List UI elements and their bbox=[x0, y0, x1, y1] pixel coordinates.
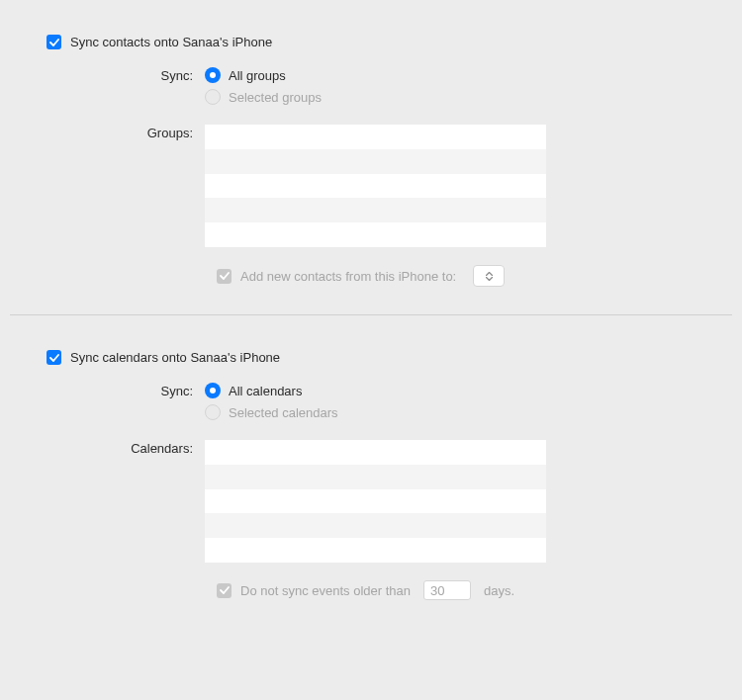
calendars-older-suffix: days. bbox=[484, 583, 514, 598]
contacts-all-groups-label: All groups bbox=[229, 68, 286, 83]
calendars-sync-mode-row: Sync: All calendars Selected calendars bbox=[46, 383, 702, 426]
contacts-selected-groups-radio[interactable] bbox=[205, 89, 221, 105]
calendars-selected-label: Selected calendars bbox=[229, 405, 338, 420]
sync-contacts-label: Sync contacts onto Sanaa's iPhone bbox=[70, 35, 272, 49]
calendars-selected-radio[interactable] bbox=[205, 404, 221, 420]
list-item bbox=[205, 174, 546, 199]
contacts-selected-groups-label: Selected groups bbox=[229, 90, 322, 105]
calendars-sync-label: Sync: bbox=[46, 383, 205, 398]
calendars-selected-row: Selected calendars bbox=[205, 404, 702, 420]
calendars-older-days-field[interactable]: 30 bbox=[423, 580, 471, 600]
list-item bbox=[205, 222, 546, 247]
sync-contacts-row: Sync contacts onto Sanaa's iPhone bbox=[46, 35, 702, 49]
contacts-groups-label: Groups: bbox=[46, 125, 205, 140]
calendars-older-prefix: Do not sync events older than bbox=[240, 583, 411, 598]
contacts-groups-row: Groups: bbox=[46, 125, 702, 247]
contacts-add-new-popup[interactable] bbox=[473, 265, 505, 287]
contacts-add-new-label: Add new contacts from this iPhone to: bbox=[240, 269, 456, 284]
contacts-sync-mode-row: Sync: All groups Selected groups bbox=[46, 67, 702, 111]
list-item bbox=[205, 198, 546, 222]
checkmark-icon bbox=[220, 585, 230, 595]
contacts-all-groups-radio[interactable] bbox=[205, 67, 221, 83]
calendars-list-row: Calendars: bbox=[46, 440, 702, 563]
calendars-listbox[interactable] bbox=[205, 440, 546, 563]
list-item bbox=[205, 125, 546, 149]
list-item bbox=[205, 538, 546, 563]
contacts-all-groups-row: All groups bbox=[205, 67, 702, 83]
contacts-sync-label: Sync: bbox=[46, 67, 205, 83]
contacts-section: Sync contacts onto Sanaa's iPhone Sync: … bbox=[0, 0, 742, 314]
calendars-all-row: All calendars bbox=[205, 383, 702, 398]
chevron-up-down-icon bbox=[485, 270, 493, 282]
list-item bbox=[205, 513, 546, 538]
checkmark-icon bbox=[220, 271, 230, 281]
calendars-list-label: Calendars: bbox=[46, 440, 205, 456]
calendars-all-label: All calendars bbox=[229, 384, 302, 398]
list-item bbox=[205, 440, 546, 465]
checkmark-icon bbox=[49, 353, 59, 363]
calendars-sync-options: All calendars Selected calendars bbox=[205, 383, 702, 426]
list-item bbox=[205, 465, 546, 489]
calendars-all-radio[interactable] bbox=[205, 383, 221, 398]
contacts-selected-groups-row: Selected groups bbox=[205, 89, 702, 105]
sync-contacts-checkbox[interactable] bbox=[46, 35, 61, 49]
calendars-older-checkbox bbox=[217, 583, 232, 598]
sync-calendars-label: Sync calendars onto Sanaa's iPhone bbox=[70, 350, 280, 365]
calendars-list-control bbox=[205, 440, 702, 563]
calendars-older-row: Do not sync events older than 30 days. bbox=[217, 580, 702, 600]
contacts-add-new-checkbox bbox=[217, 269, 232, 284]
checkmark-icon bbox=[49, 38, 59, 47]
calendars-section: Sync calendars onto Sanaa's iPhone Sync:… bbox=[0, 315, 742, 628]
contacts-add-new-row: Add new contacts from this iPhone to: bbox=[217, 265, 702, 287]
list-item bbox=[205, 149, 546, 174]
list-item bbox=[205, 489, 546, 514]
contacts-groups-control bbox=[205, 125, 702, 247]
sync-calendars-row: Sync calendars onto Sanaa's iPhone bbox=[46, 350, 702, 365]
sync-calendars-checkbox[interactable] bbox=[46, 350, 61, 365]
contacts-groups-listbox[interactable] bbox=[205, 125, 546, 247]
contacts-sync-options: All groups Selected groups bbox=[205, 67, 702, 111]
